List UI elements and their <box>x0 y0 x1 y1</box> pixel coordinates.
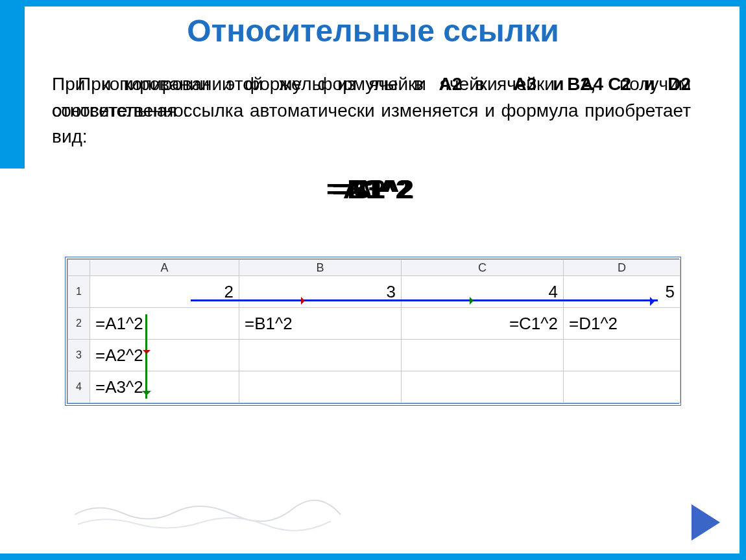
frame-top <box>0 0 746 6</box>
rowhdr-2: 2 <box>68 308 90 340</box>
cell-B2: =В1^2 <box>239 308 402 340</box>
cell-B3 <box>239 340 402 371</box>
slide: Относительные ссылки При копировании фор… <box>0 0 746 560</box>
cell-D1: 5 <box>564 276 680 308</box>
col-C: C <box>402 260 564 276</box>
arrow-marker-c <box>470 297 477 305</box>
cell-B1: 3 <box>239 276 402 308</box>
para-seg-2: в ячейки <box>462 74 567 94</box>
cell-A2: =А1^2 <box>90 308 239 340</box>
arrow-horizontal <box>191 299 658 301</box>
para-seg-3: относительная ссылка автоматически измен… <box>52 100 691 147</box>
slide-title: Относительные ссылки <box>0 13 746 49</box>
col-B: B <box>239 260 402 276</box>
arrow-vertical <box>145 314 147 399</box>
corner-cell <box>68 260 90 276</box>
next-button[interactable] <box>692 504 720 541</box>
cell-A3: =А2^2 <box>90 340 239 371</box>
cell-C4 <box>402 371 564 403</box>
cell-D3 <box>564 340 680 371</box>
spreadsheet-table: A B C D 1 2 3 4 5 2 =А1^2 =В1^2 =С1^2 =D… <box>67 259 680 403</box>
cell-C1: 4 <box>402 276 564 308</box>
arrow-marker-b <box>301 297 309 305</box>
para-cell-a2: А2 <box>439 74 462 94</box>
cell-D2: =D1^2 <box>564 308 680 340</box>
spreadsheet: A B C D 1 2 3 4 5 2 =А1^2 =В1^2 =С1^2 =D… <box>65 257 681 406</box>
rowhdr-3: 3 <box>68 340 90 371</box>
para-seg-1: При копировании формулы из ячейки <box>78 74 439 94</box>
frame-bottom <box>0 554 746 560</box>
row-1: 1 2 3 4 5 <box>68 276 680 308</box>
scribble-lines <box>71 495 344 534</box>
col-A: A <box>90 260 239 276</box>
col-D: D <box>564 260 680 276</box>
para-cells-bcd: B2, С2 и D2 <box>567 74 691 94</box>
header-row: A B C D <box>68 260 680 276</box>
cell-A1: 2 <box>90 276 239 308</box>
formula-layer-5: =A3^2 <box>0 175 746 204</box>
row-2: 2 =А1^2 =В1^2 =С1^2 =D1^2 <box>68 308 680 340</box>
row-3: 3 =А2^2 <box>68 340 680 371</box>
rowhdr-4: 4 <box>68 371 90 403</box>
body-paragraph-base: При копировании формулы из ячейки А2 в я… <box>52 71 691 150</box>
cell-D4 <box>564 371 680 403</box>
row-4: 4 =А3^2 <box>68 371 680 403</box>
frame-right <box>740 0 746 560</box>
rowhdr-1: 1 <box>68 276 90 308</box>
arrow-vert-marker <box>143 350 150 358</box>
cell-C2: =С1^2 <box>402 308 564 340</box>
cell-C3 <box>402 340 564 371</box>
cell-B4 <box>239 371 402 403</box>
cell-A4: =А3^2 <box>90 371 239 403</box>
